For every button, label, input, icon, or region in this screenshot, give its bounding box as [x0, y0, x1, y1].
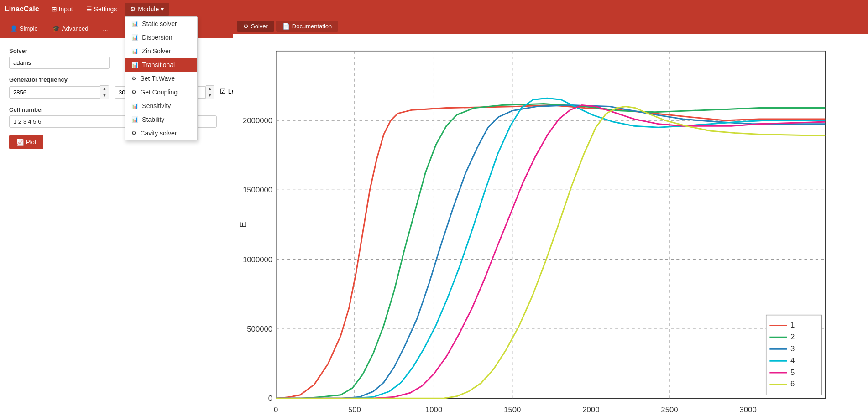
dropdown-icon-transitional: 📊: [131, 62, 138, 68]
chart-svg: 0 500000 1000000 1500000 2000000 0 500 1…: [238, 43, 863, 416]
settings-icon: ☰: [86, 5, 92, 13]
navbar: LinacCalc ⊞ Input ☰ Settings ⚙ Module ▾ …: [0, 0, 868, 18]
plot-button[interactable]: 📈 Plot: [9, 135, 43, 149]
second-spin-up[interactable]: ▲: [206, 86, 214, 92]
svg-text:1000000: 1000000: [243, 255, 272, 264]
freq-spin-down[interactable]: ▼: [100, 92, 109, 99]
dropdown-label-set-trwave: Set Tr.Wave: [140, 75, 175, 82]
chart-container: 0 500000 1000000 1500000 2000000 0 500 1…: [233, 34, 868, 416]
left-content: Solver Generator frequency ▲ ▼: [0, 38, 233, 416]
app-brand: LinacCalc: [5, 5, 39, 13]
tab-solver[interactable]: ⚙ Solver: [237, 21, 274, 32]
dropdown-item-transitional[interactable]: 📊Transitional: [125, 58, 197, 72]
dropdown-item-stability[interactable]: 📊Stability: [125, 113, 197, 126]
svg-text:2: 2: [790, 333, 795, 341]
dropdown-item-cavity-solver[interactable]: ⚙Cavity solver: [125, 126, 197, 140]
solver-input[interactable]: [9, 57, 110, 69]
svg-text:1500000: 1500000: [243, 186, 272, 194]
dropdown-item-zin-solver[interactable]: 📊Zin Solver: [125, 44, 197, 58]
settings-nav-btn[interactable]: ☰ Settings: [81, 3, 123, 16]
simple-icon: 👤: [10, 25, 17, 32]
module-chevron-icon: ▾: [161, 5, 164, 13]
left-panel: 👤 Simple 🎓 Advanced ... Solver Generator…: [0, 18, 233, 416]
dropdown-icon-cavity-solver: ⚙: [131, 130, 136, 136]
dropdown-item-static-solver[interactable]: 📊Static solver: [125, 17, 197, 31]
solver-tab-gear-icon: ⚙: [243, 23, 249, 30]
dropdown-item-sensitivity[interactable]: 📊Sensitivity: [125, 99, 197, 113]
input-nav-btn[interactable]: ⊞ Input: [46, 3, 78, 16]
svg-text:1: 1: [790, 321, 795, 329]
plot-icon: 📈: [16, 139, 24, 146]
dropdown-icon-stability: 📊: [131, 116, 138, 123]
svg-text:1500: 1500: [504, 406, 521, 414]
svg-text:1000: 1000: [425, 406, 442, 414]
svg-text:2000: 2000: [582, 406, 599, 414]
dropdown-icon-sensitivity: 📊: [131, 103, 138, 109]
dropdown-label-transitional: Transitional: [142, 61, 175, 68]
svg-text:500: 500: [348, 406, 361, 414]
chart-svg-area: 0 500000 1000000 1500000 2000000 0 500 1…: [238, 43, 863, 416]
dropdown-icon-static-solver: 📊: [131, 21, 138, 27]
tab-simple[interactable]: 👤 Simple: [4, 23, 44, 34]
svg-text:6: 6: [790, 380, 795, 389]
dropdown-label-cavity-solver: Cavity solver: [140, 130, 177, 137]
svg-text:2000000: 2000000: [243, 116, 272, 125]
dropdown-item-dispersion[interactable]: 📊Dispersion: [125, 31, 197, 44]
input-icon: ⊞: [52, 5, 57, 13]
advanced-icon: 🎓: [52, 25, 60, 32]
module-gear-icon: ⚙: [130, 5, 136, 13]
freq-spin-up[interactable]: ▲: [100, 86, 109, 92]
dropdown-item-get-coupling[interactable]: ⚙Get Coupling: [125, 85, 197, 99]
svg-rect-0: [276, 51, 825, 399]
tab-advanced[interactable]: 🎓 Advanced: [46, 23, 95, 34]
dropdown-label-static-solver: Static solver: [142, 20, 177, 27]
dropdown-label-dispersion: Dispersion: [142, 34, 172, 41]
right-panel: ⚙ Solver 📄 Documentation: [233, 18, 868, 416]
doc-icon: 📄: [282, 23, 290, 30]
module-dropdown-wrapper: ⚙ Module ▾ 📊Static solver📊Dispersion📊Zin…: [125, 3, 169, 16]
dropdown-icon-zin-solver: 📊: [131, 48, 138, 54]
svg-text:0: 0: [274, 406, 278, 414]
svg-text:0: 0: [268, 394, 272, 403]
freq-input[interactable]: [9, 86, 100, 99]
legend-checkbox-checked-icon[interactable]: ☑: [220, 88, 226, 95]
dropdown-item-set-trwave[interactable]: ⚙Set Tr.Wave: [125, 72, 197, 85]
dropdown-label-zin-solver: Zin Solver: [142, 47, 171, 55]
freq-input-wrapper: ▲ ▼: [9, 85, 109, 99]
dropdown-icon-set-trwave: ⚙: [131, 75, 136, 82]
svg-text:5: 5: [790, 368, 795, 377]
svg-text:3000: 3000: [739, 406, 756, 414]
svg-text:E: E: [238, 222, 248, 228]
second-spin-down[interactable]: ▼: [206, 92, 214, 99]
svg-text:500000: 500000: [247, 325, 272, 333]
svg-text:3: 3: [790, 344, 795, 353]
freq-spinners: ▲ ▼: [100, 85, 109, 99]
dropdown-label-get-coupling: Get Coupling: [140, 88, 178, 96]
dropdown-icon-get-coupling: ⚙: [131, 89, 136, 95]
module-dropdown-menu: 📊Static solver📊Dispersion📊Zin Solver📊Tra…: [125, 16, 198, 140]
module-nav-btn[interactable]: ⚙ Module ▾: [125, 3, 169, 16]
module-tabs-bar: 👤 Simple 🎓 Advanced ...: [0, 18, 233, 38]
dropdown-label-stability: Stability: [142, 116, 164, 123]
right-tabs-bar: ⚙ Solver 📄 Documentation: [233, 18, 868, 34]
svg-text:4: 4: [790, 356, 795, 365]
second-spinners: ▲ ▼: [206, 85, 214, 99]
dropdown-label-sensitivity: Sensitivity: [142, 102, 171, 109]
svg-text:2500: 2500: [661, 406, 678, 414]
dropdown-icon-dispersion: 📊: [131, 34, 138, 41]
tab-documentation[interactable]: 📄 Documentation: [276, 21, 338, 32]
tab-more[interactable]: ...: [97, 23, 115, 34]
